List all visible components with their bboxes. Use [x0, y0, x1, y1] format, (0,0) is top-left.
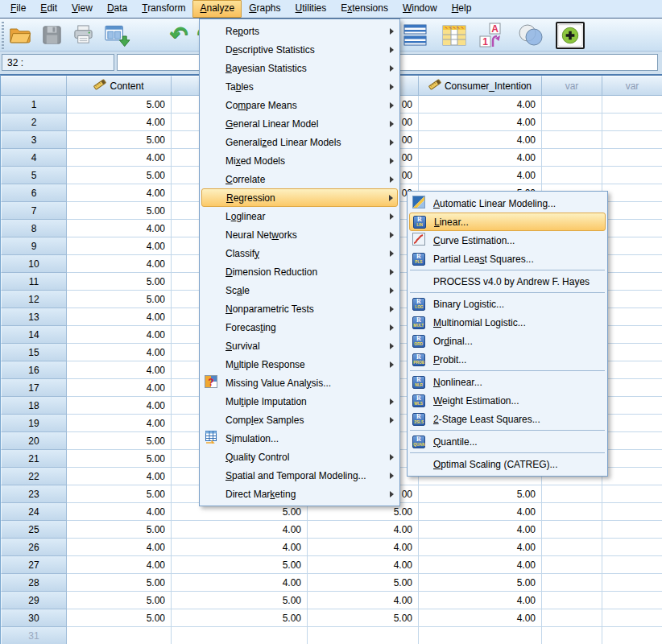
data-cell[interactable]	[542, 574, 602, 592]
data-cell[interactable]: 4.00	[67, 415, 172, 432]
data-cell[interactable]: 5.00	[172, 609, 308, 627]
data-cell[interactable]: 4.00	[308, 592, 419, 609]
data-cell[interactable]	[602, 503, 662, 521]
custom-dialogs-icon[interactable]	[556, 22, 585, 49]
analyze-item-dimension-reduction[interactable]: Dimension Reduction	[201, 262, 398, 281]
split-file-icon[interactable]	[401, 23, 430, 47]
row-number[interactable]: 14	[1, 326, 67, 344]
data-cell[interactable]	[542, 503, 602, 521]
row-number[interactable]: 4	[1, 149, 67, 167]
analyze-item-compare-means[interactable]: Compare Means	[201, 96, 398, 114]
data-cell[interactable]: 4.00	[172, 521, 308, 539]
analyze-item-loglinear[interactable]: Loglinear	[201, 207, 398, 225]
data-cell[interactable]	[602, 167, 662, 184]
menu-view[interactable]: View	[64, 0, 100, 18]
analyze-item-complex-samples[interactable]: Complex Samples	[201, 411, 398, 429]
data-cell[interactable]	[602, 131, 662, 149]
data-cell[interactable]	[602, 202, 662, 220]
variables-icon[interactable]	[441, 23, 468, 47]
row-number[interactable]: 7	[1, 202, 67, 220]
data-cell[interactable]: 4.00	[419, 149, 542, 167]
analyze-item-nonparametric-tests[interactable]: Nonparametric Tests	[201, 299, 398, 318]
data-cell[interactable]: 4.00	[67, 361, 172, 379]
data-cell[interactable]: 4.00	[67, 468, 172, 485]
regression-item-process-v4-0-by-andrew-f-hayes[interactable]: PROCESS v4.0 by Andrew F. Hayes	[409, 272, 606, 291]
data-cell[interactable]	[602, 415, 662, 432]
data-cell[interactable]	[602, 379, 662, 397]
row-number[interactable]: 15	[1, 344, 67, 361]
data-cell[interactable]	[602, 344, 662, 361]
print-icon[interactable]	[72, 24, 95, 46]
data-cell[interactable]	[602, 326, 662, 344]
data-cell[interactable]: 4.00	[67, 503, 172, 521]
analyze-item-generalized-linear-models[interactable]: Generalized Linear Models	[201, 133, 398, 151]
data-cell[interactable]: 5.00	[67, 291, 172, 308]
data-cell[interactable]: 4.00	[67, 220, 172, 237]
regression-item-curve-estimation[interactable]: Curve Estimation...	[409, 231, 606, 250]
row-number[interactable]: 16	[1, 361, 67, 379]
regression-item-linear[interactable]: RLINLinear...	[409, 213, 606, 231]
data-cell[interactable]: 5.00	[308, 609, 419, 627]
menu-extensions[interactable]: Extensions	[333, 0, 395, 18]
data-cell[interactable]: 5.00	[67, 131, 172, 149]
data-cell[interactable]	[602, 114, 662, 131]
row-number[interactable]: 17	[1, 379, 67, 397]
data-cell[interactable]: 4.00	[67, 237, 172, 255]
data-cell[interactable]	[602, 237, 662, 255]
row-number[interactable]: 28	[1, 574, 67, 592]
row-number[interactable]: 21	[1, 450, 67, 468]
row-number[interactable]: 31	[1, 627, 67, 644]
regression-item-quantile[interactable]: RQUANQuantile...	[409, 432, 606, 451]
menu-data[interactable]: Data	[100, 0, 134, 18]
row-number[interactable]: 3	[1, 131, 67, 149]
data-cell[interactable]: 5.00	[172, 592, 308, 609]
data-cell[interactable]	[602, 627, 662, 644]
data-cell[interactable]	[542, 592, 602, 609]
regression-item-probit[interactable]: RPROBProbit...	[409, 350, 606, 369]
data-cell[interactable]: 4.00	[67, 556, 172, 574]
data-cell[interactable]: 5.00	[67, 485, 172, 503]
data-cell[interactable]: 4.00	[67, 184, 172, 202]
data-cell[interactable]	[602, 609, 662, 627]
data-cell[interactable]	[602, 273, 662, 291]
analyze-item-forecasting[interactable]: Forecasting	[201, 318, 398, 336]
menu-window[interactable]: Window	[395, 0, 445, 18]
analyze-item-quality-control[interactable]: Quality Control	[201, 448, 398, 466]
data-cell[interactable]	[602, 184, 662, 202]
column-header-var[interactable]: var	[602, 76, 662, 96]
data-cell[interactable]	[542, 485, 602, 503]
data-cell[interactable]: 4.00	[419, 96, 542, 114]
row-number[interactable]: 23	[1, 485, 67, 503]
data-cell[interactable]: 4.00	[308, 521, 419, 539]
row-number[interactable]: 26	[1, 539, 67, 556]
data-cell[interactable]	[542, 114, 602, 131]
data-cell[interactable]	[542, 131, 602, 149]
regression-item-ordinal[interactable]: RORDOrdinal...	[409, 332, 606, 350]
value-labels-icon[interactable]: A 1	[478, 23, 506, 48]
data-cell[interactable]: 5.00	[67, 450, 172, 468]
data-cell[interactable]: 5.00	[67, 273, 172, 291]
data-cell[interactable]	[602, 485, 662, 503]
row-number[interactable]: 25	[1, 521, 67, 539]
open-file-icon[interactable]	[8, 24, 32, 46]
analyze-item-scale[interactable]: Scale	[201, 281, 398, 299]
row-number[interactable]: 29	[1, 592, 67, 609]
data-cell[interactable]: 4.00	[67, 344, 172, 361]
column-header-consumer-intention[interactable]: Consumer_Intention	[419, 76, 542, 96]
data-cell[interactable]: 4.00	[419, 556, 542, 574]
row-number[interactable]: 12	[1, 291, 67, 308]
data-cell[interactable]: 5.00	[67, 609, 172, 627]
data-cell[interactable]: 4.00	[419, 114, 542, 131]
row-number[interactable]: 20	[1, 432, 67, 450]
analyze-item-survival[interactable]: Survival	[201, 336, 398, 355]
data-cell[interactable]	[602, 308, 662, 326]
data-cell[interactable]: 5.00	[172, 556, 308, 574]
analyze-item-multiple-imputation[interactable]: Multiple Imputation	[201, 392, 398, 411]
data-cell[interactable]: 5.00	[308, 574, 419, 592]
data-cell[interactable]: 5.00	[67, 432, 172, 450]
row-number[interactable]: 18	[1, 397, 67, 415]
row-number[interactable]: 2	[1, 114, 67, 131]
data-cell[interactable]	[542, 96, 602, 114]
data-cell[interactable]	[602, 450, 662, 468]
data-cell[interactable]	[172, 627, 308, 644]
